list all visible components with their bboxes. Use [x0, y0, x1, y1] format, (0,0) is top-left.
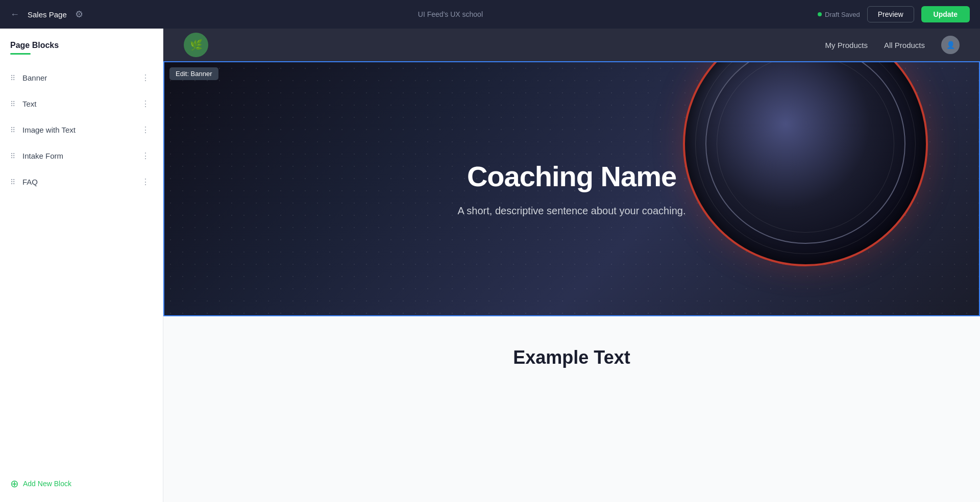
- text-section: Example Text: [163, 316, 980, 502]
- top-bar-right: Draft Saved Preview Update: [818, 6, 970, 22]
- banner-section[interactable]: Edit: Banner Coaching Name A short, desc…: [163, 61, 980, 316]
- more-button-text[interactable]: ⋮: [138, 98, 153, 110]
- website-preview: 🌿 My Products All Products 👤: [163, 29, 980, 502]
- banner-content: Coaching Name A short, descriptive sente…: [164, 62, 979, 315]
- preview-area: 🌿 My Products All Products 👤: [163, 29, 980, 502]
- drag-handle-text[interactable]: ⠿: [10, 100, 15, 108]
- my-products-link[interactable]: My Products: [825, 41, 868, 49]
- top-bar-left: ← Sales Page ⚙: [10, 9, 83, 20]
- block-name-faq: FAQ: [22, 178, 131, 186]
- block-name-text: Text: [22, 99, 131, 108]
- main-layout: Page Blocks ⠿ Banner ⋮ ⠿ Text ⋮ ⠿ Image …: [0, 29, 980, 502]
- more-button-faq[interactable]: ⋮: [138, 176, 153, 188]
- top-bar: ← Sales Page ⚙ UI Feed's UX school Draft…: [0, 0, 980, 29]
- site-logo: 🌿: [184, 33, 208, 57]
- logo-icon: 🌿: [190, 39, 203, 51]
- block-item-text[interactable]: ⠿ Text ⋮: [0, 91, 163, 117]
- update-button[interactable]: Update: [921, 6, 970, 22]
- back-button[interactable]: ←: [10, 9, 19, 20]
- all-products-link[interactable]: All Products: [884, 41, 925, 49]
- user-avatar[interactable]: 👤: [941, 36, 960, 54]
- sidebar: Page Blocks ⠿ Banner ⋮ ⠿ Text ⋮ ⠿ Image …: [0, 29, 163, 502]
- text-section-title: Example Text: [184, 347, 960, 368]
- page-title: Sales Page: [28, 10, 67, 19]
- block-name-image-with-text: Image with Text: [22, 126, 131, 134]
- draft-status: Draft Saved: [818, 11, 860, 18]
- more-button-intake-form[interactable]: ⋮: [138, 150, 153, 162]
- draft-dot: [818, 12, 822, 16]
- block-name-intake-form: Intake Form: [22, 152, 131, 160]
- block-item-faq[interactable]: ⠿ FAQ ⋮: [0, 169, 163, 195]
- more-button-banner[interactable]: ⋮: [138, 72, 153, 84]
- block-item-banner[interactable]: ⠿ Banner ⋮: [0, 65, 163, 91]
- banner-subtitle: A short, descriptive sentence about your…: [458, 203, 686, 218]
- drag-handle-image-with-text[interactable]: ⠿: [10, 126, 15, 134]
- more-button-image-with-text[interactable]: ⋮: [138, 124, 153, 136]
- block-item-image-with-text[interactable]: ⠿ Image with Text ⋮: [0, 117, 163, 143]
- drag-handle-banner[interactable]: ⠿: [10, 74, 15, 82]
- settings-button[interactable]: ⚙: [75, 9, 83, 20]
- sidebar-title: Page Blocks: [10, 41, 153, 50]
- drag-handle-faq[interactable]: ⠿: [10, 178, 15, 186]
- edit-tooltip[interactable]: Edit: Banner: [169, 67, 218, 80]
- sidebar-title-underline: [10, 53, 31, 55]
- site-nav: 🌿 My Products All Products 👤: [163, 29, 980, 61]
- site-nav-links: My Products All Products 👤: [825, 36, 960, 54]
- sidebar-header: Page Blocks: [0, 29, 163, 61]
- site-name: UI Feed's UX school: [418, 10, 483, 18]
- add-block-icon: ⊕: [10, 478, 19, 490]
- preview-button[interactable]: Preview: [867, 6, 914, 22]
- add-block-button[interactable]: ⊕ Add New Block: [10, 478, 153, 490]
- block-list: ⠿ Banner ⋮ ⠿ Text ⋮ ⠿ Image with Text ⋮ …: [0, 61, 163, 471]
- banner-title: Coaching Name: [467, 160, 676, 193]
- drag-handle-intake-form[interactable]: ⠿: [10, 152, 15, 160]
- block-name-banner: Banner: [22, 73, 131, 82]
- block-item-intake-form[interactable]: ⠿ Intake Form ⋮: [0, 143, 163, 169]
